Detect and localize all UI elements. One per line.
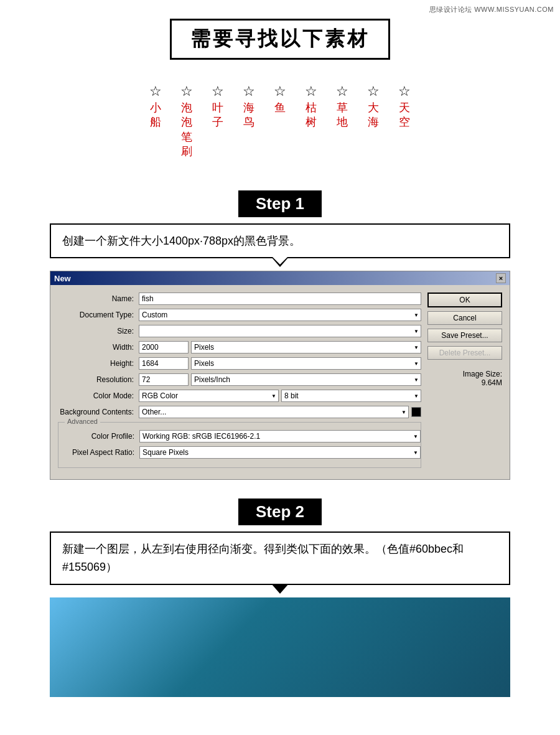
material-label: 海鸟 [243,101,254,130]
ps-dialog-title: New [54,274,71,283]
list-item: ☆ 叶子 [212,85,224,159]
ps-resolution-label: Resolution: [58,375,139,384]
ps-doctype-select[interactable]: Custom [139,309,421,321]
material-label: 鱼 [274,101,286,115]
step1-label: Step 1 [0,190,560,217]
material-label: 枯树 [306,101,317,130]
list-item: ☆ 枯树 [305,85,317,159]
star-icon: ☆ [149,85,162,98]
gradient-preview [50,597,510,697]
material-label: 天空 [399,101,410,130]
list-item: ☆ 鱼 [274,85,286,159]
ps-size-label: Size: [58,327,139,335]
ps-name-input[interactable] [139,293,421,305]
ps-bgcontents-select[interactable]: Other... [139,406,409,418]
step2-instruction: 新建一个图层，从左到右使用径向渐变。得到类似下面的效果。（色值#60bbec和#… [50,531,510,585]
step2-instruction-text: 新建一个图层，从左到右使用径向渐变。得到类似下面的效果。（色值#60bbec和#… [62,540,498,576]
materials-grid: ☆ 小船 ☆ 泡泡笔刷 ☆ 叶子 ☆ 海鸟 ☆ 鱼 ☆ 枯树 ☆ 草地 ☆ [0,85,560,159]
ps-name-label: Name: [58,294,139,303]
ps-height-row: Height: Pixels [58,357,421,370]
watermark: 思绿设计论坛 WWW.MISSYUAN.COM [429,5,554,14]
ps-dialog-left: Name: Document Type: Custom Size: [58,293,421,472]
ps-resolution-input[interactable] [139,373,189,386]
ps-width-unit-select[interactable]: Pixels [191,341,421,353]
image-size-display: Image Size: 9.64M [427,370,502,387]
material-label: 大海 [368,101,379,130]
step2-box: Step 2 [238,499,322,525]
ps-width-input[interactable] [139,341,189,353]
ps-colorprofile-row: Color Profile: Working RGB: sRGB IEC6196… [58,430,421,442]
ps-dialog-body: Name: Document Type: Custom Size: [50,285,510,479]
ps-bg-swatch[interactable] [411,407,421,417]
ps-colormode-select[interactable]: RGB Color [139,390,279,402]
ps-dialog-titlebar: New × [50,271,510,285]
ps-bgcontents-label: Background Contents: [58,408,139,416]
ps-doctype-row: Document Type: Custom [58,309,421,321]
ps-bit-select[interactable]: 8 bit [281,390,421,402]
ps-advanced-label: Advanced [65,418,100,425]
ps-size-row: Size: [58,325,421,337]
ps-colormode-label: Color Mode: [58,391,139,400]
ps-new-dialog: New × Name: Document Type: Custom [50,271,510,480]
image-size-label: Image Size: [427,370,502,378]
ps-height-input[interactable] [139,357,189,370]
ps-dialog-right: OK Cancel Save Preset... Delete Preset..… [427,293,502,472]
image-size-value: 9.64M [427,378,502,387]
ps-width-row: Width: Pixels [58,341,421,353]
list-item: ☆ 草地 [336,85,348,159]
list-item: ☆ 海鸟 [243,85,255,159]
ps-pixelaspect-label: Pixel Aspect Ratio: [58,448,139,457]
ps-colorprofile-label: Color Profile: [58,432,139,441]
page-title: 需要寻找以下素材 [170,19,390,60]
ps-colorprofile-select[interactable]: Working RGB: sRGB IEC61966-2.1 [139,430,421,442]
step1-instruction: 创建一个新文件大小1400px·788px的黑色背景。 [50,223,510,259]
ps-size-select[interactable] [139,325,421,337]
material-label: 叶子 [212,101,223,130]
ps-advanced-section: Advanced Color Profile: Working RGB: sRG… [58,422,421,468]
cancel-button[interactable]: Cancel [427,311,502,325]
list-item: ☆ 大海 [367,85,380,159]
star-icon: ☆ [212,85,224,98]
ps-resolution-unit-select[interactable]: Pixels/Inch [191,373,421,386]
star-icon: ☆ [367,85,380,98]
step1-box: Step 1 [238,190,322,217]
ps-doctype-label: Document Type: [58,311,139,319]
star-icon: ☆ [305,85,317,98]
ps-color-swatch [412,408,421,416]
ps-resolution-row: Resolution: Pixels/Inch [58,373,421,386]
close-icon[interactable]: × [496,273,506,283]
ps-width-label: Width: [58,343,139,352]
ps-height-label: Height: [58,359,139,368]
ps-bgcontents-row: Background Contents: Other... [58,406,421,418]
material-label: 泡泡笔刷 [181,101,192,159]
step2-label: Step 2 [0,499,560,525]
materials-section: ☆ 小船 ☆ 泡泡笔刷 ☆ 叶子 ☆ 海鸟 ☆ 鱼 ☆ 枯树 ☆ 草地 ☆ [0,72,560,178]
step1-instruction-text: 创建一个新文件大小1400px·788px的黑色背景。 [62,232,498,250]
ok-button[interactable]: OK [427,293,502,307]
star-icon: ☆ [336,85,348,98]
list-item: ☆ 小船 [149,85,162,159]
star-icon: ☆ [180,85,193,98]
ps-pixelaspect-select[interactable]: Square Pixels [139,446,421,459]
star-icon: ☆ [398,85,411,98]
ps-height-unit-select[interactable]: Pixels [191,357,421,370]
save-preset-button[interactable]: Save Preset... [427,329,502,342]
ps-pixelaspect-row: Pixel Aspect Ratio: Square Pixels [58,446,421,459]
material-label: 小船 [150,101,161,130]
list-item: ☆ 泡泡笔刷 [180,85,193,159]
delete-preset-button[interactable]: Delete Preset... [427,346,502,360]
material-label: 草地 [337,101,348,130]
ps-colormode-row: Color Mode: RGB Color 8 bit [58,390,421,402]
star-icon: ☆ [243,85,255,98]
list-item: ☆ 天空 [398,85,411,159]
ps-name-row: Name: [58,293,421,305]
star-icon: ☆ [274,85,286,98]
